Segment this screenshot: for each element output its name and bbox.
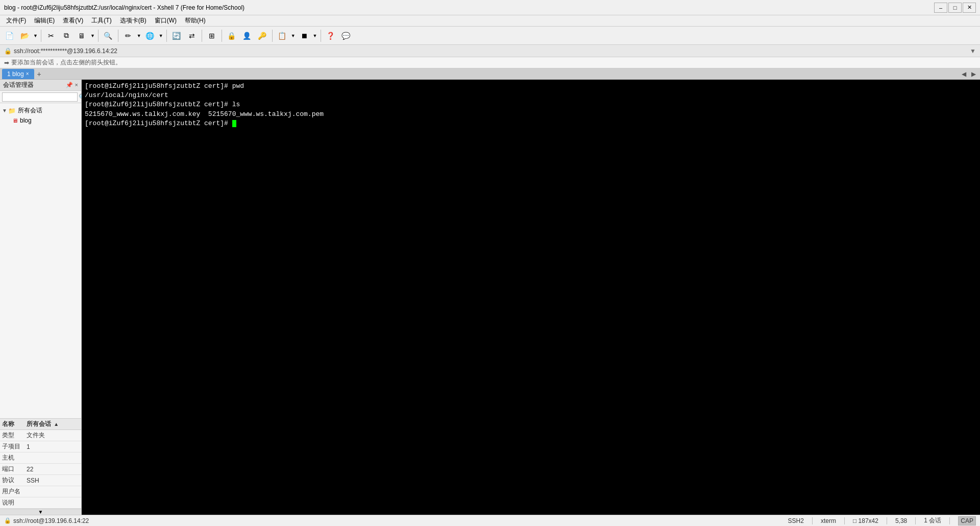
toolbar-sep-4 xyxy=(166,30,167,42)
menu-edit[interactable]: 编辑(E) xyxy=(30,15,59,26)
toolbar-sep-8 xyxy=(321,30,321,42)
conn-dropdown-arrow[interactable]: ▼ xyxy=(970,47,976,55)
close-button[interactable]: ✕ xyxy=(963,3,976,13)
sort-icon: ▲ xyxy=(54,421,59,427)
stop-button[interactable]: ⏹ xyxy=(297,29,311,43)
lock-button[interactable]: 🔒 xyxy=(225,29,239,43)
prop-port: 端口 22 xyxy=(0,464,81,475)
sidebar-tree[interactable]: ▼ 📁 所有会话 🖥 blog xyxy=(0,103,81,418)
menu-file[interactable]: 文件(F) xyxy=(2,15,30,26)
chat-button[interactable]: 💬 xyxy=(339,29,353,43)
tree-toggle-icon: ▼ xyxy=(2,108,7,113)
key-button[interactable]: 🔑 xyxy=(255,29,270,43)
sidebar-search-input[interactable] xyxy=(2,92,78,102)
toolbar: 📄 📂 ▼ ✂ ⧉ 🖥 ▼ 🔍 ✏ ▼ 🌐 ▼ 🔄 ⇄ ⊞ 🔒 👤 🔑 📋 ▼ … xyxy=(0,27,980,45)
tab-nav: ◀ ▶ xyxy=(960,69,978,79)
status-divider-2 xyxy=(844,517,845,524)
props-header-key: 名称 xyxy=(0,419,24,429)
sidebar-header: 会话管理器 📌 × xyxy=(0,80,81,91)
status-lock-icon: 🔒 xyxy=(4,517,11,524)
status-size-frame: □ xyxy=(853,517,859,524)
window-title: blog - root@iZuf6j2liju58hfsjzutbtZ:/usr… xyxy=(4,4,244,11)
minimize-button[interactable]: – xyxy=(934,3,947,13)
tab-next-button[interactable]: ▶ xyxy=(969,69,978,79)
info-arrow-icon: ➡ xyxy=(4,59,9,66)
terminal-line-2: /usr/local/nginx/cert xyxy=(85,91,977,100)
menu-help[interactable]: 帮助(H) xyxy=(181,15,210,26)
menu-window[interactable]: 窗口(W) xyxy=(151,15,181,26)
prop-description: 说明 xyxy=(0,497,81,509)
status-divider-5 xyxy=(949,517,950,524)
tree-folder-all-sessions[interactable]: ▼ 📁 所有会话 xyxy=(0,105,81,116)
menu-tabs[interactable]: 选项卡(B) xyxy=(116,15,151,26)
terminal-line-1: [root@iZuf6j2liju58hfsjzutbtZ cert]# pwd xyxy=(85,82,977,91)
prop-child: 子项目 1 xyxy=(0,441,81,452)
menu-view[interactable]: 查看(V) xyxy=(59,15,87,26)
layout-button[interactable]: ⊞ xyxy=(205,29,219,43)
folder-icon: 📁 xyxy=(8,107,16,114)
content-wrapper: 会话管理器 📌 × 🔍 ▼ 📁 所有会话 🖥 blog 名称 xyxy=(0,80,980,515)
toolbar-sep-6 xyxy=(222,30,222,42)
open-arrow[interactable]: ▼ xyxy=(33,33,38,38)
lock-icon: 🔒 xyxy=(4,47,12,55)
status-bar: 🔒 ssh://root@139.196.6.14:22 SSH2 xterm … xyxy=(0,515,980,526)
session-manager-button[interactable]: 📋 xyxy=(275,29,289,43)
copy-button[interactable]: ⧉ xyxy=(59,29,74,43)
prop-username: 用户名 xyxy=(0,486,81,497)
sidebar-pin-icon[interactable]: 📌 xyxy=(66,82,73,88)
refresh-button[interactable]: 🔄 xyxy=(169,29,184,43)
toolbar-sep-2 xyxy=(98,30,99,42)
terminal-line-3: [root@iZuf6j2liju58hfsjzutbtZ cert]# ls xyxy=(85,100,977,109)
session-arrow[interactable]: ▼ xyxy=(90,33,95,38)
info-bar: ➡ 要添加当前会话，点击左侧的箭头按钮。 xyxy=(0,57,980,68)
open-button[interactable]: 📂 xyxy=(17,29,32,43)
menu-bar: 文件(F) 编辑(E) 查看(V) 工具(T) 选项卡(B) 窗口(W) 帮助(… xyxy=(0,15,980,27)
sidebar-close-icon[interactable]: × xyxy=(75,82,78,88)
title-bar: blog - root@iZuf6j2liju58hfsjzutbtZ:/usr… xyxy=(0,0,980,15)
session-button[interactable]: 🖥 xyxy=(75,29,89,43)
sidebar: 会话管理器 📌 × 🔍 ▼ 📁 所有会话 🖥 blog 名称 xyxy=(0,80,82,515)
network-button[interactable]: 🌐 xyxy=(143,29,157,43)
menu-tools[interactable]: 工具(T) xyxy=(87,15,115,26)
tab-prev-button[interactable]: ◀ xyxy=(960,69,968,79)
tab-blog[interactable]: 1 blog × xyxy=(2,69,34,79)
props-header-val: 所有会话 ▲ xyxy=(24,419,81,429)
sm-arrow[interactable]: ▼ xyxy=(290,33,296,38)
connection-address: ssh://root:***********@139.196.6.14:22 xyxy=(14,47,970,55)
new-session-button[interactable]: 📄 xyxy=(2,29,16,43)
tab-close-button[interactable]: × xyxy=(26,71,29,77)
find-button[interactable]: 🔍 xyxy=(101,29,115,43)
prop-host: 主机 xyxy=(0,452,81,464)
status-divider-3 xyxy=(887,517,887,524)
network-arrow[interactable]: ▼ xyxy=(158,33,164,38)
status-divider-4 xyxy=(915,517,916,524)
window-controls: – □ ✕ xyxy=(934,3,976,13)
session-label: blog xyxy=(20,117,32,124)
toolbar-sep-5 xyxy=(202,30,202,42)
status-sessions: 1 会话 xyxy=(924,516,941,525)
transfer-button[interactable]: ⇄ xyxy=(185,29,199,43)
tree-item-blog[interactable]: 🖥 blog xyxy=(0,116,81,125)
terminal-line-4: 5215670_www.ws.talkxj.com.key 5215670_ww… xyxy=(85,110,977,119)
toolbar-sep-7 xyxy=(272,30,273,42)
terminal[interactable]: [root@iZuf6j2liju58hfsjzutbtZ cert]# pwd… xyxy=(82,80,980,515)
status-term: xterm xyxy=(821,517,836,524)
sidebar-scroll-down[interactable]: ▼ xyxy=(0,509,81,515)
session-icon: 🖥 xyxy=(12,117,18,124)
prop-protocol: 协议 SSH xyxy=(0,475,81,486)
status-connection: ssh://root@139.196.6.14:22 xyxy=(13,517,89,524)
compose-button[interactable]: ✏ xyxy=(121,29,135,43)
cut-button[interactable]: ✂ xyxy=(44,29,58,43)
folder-label: 所有会话 xyxy=(18,106,42,115)
status-size: □ 187x42 xyxy=(853,517,878,524)
help-button[interactable]: ❓ xyxy=(324,29,338,43)
compose-arrow[interactable]: ▼ xyxy=(136,33,142,38)
sidebar-header-icons: 📌 × xyxy=(66,82,78,88)
toolbar-sep-3 xyxy=(118,30,118,42)
stop-arrow[interactable]: ▼ xyxy=(312,33,318,38)
tab-add-button[interactable]: + xyxy=(34,69,44,79)
share-button[interactable]: 👤 xyxy=(240,29,254,43)
maximize-button[interactable]: □ xyxy=(948,3,962,13)
tab-bar: 1 blog × + ◀ ▶ xyxy=(0,68,980,80)
status-left: 🔒 ssh://root@139.196.6.14:22 xyxy=(4,517,89,524)
